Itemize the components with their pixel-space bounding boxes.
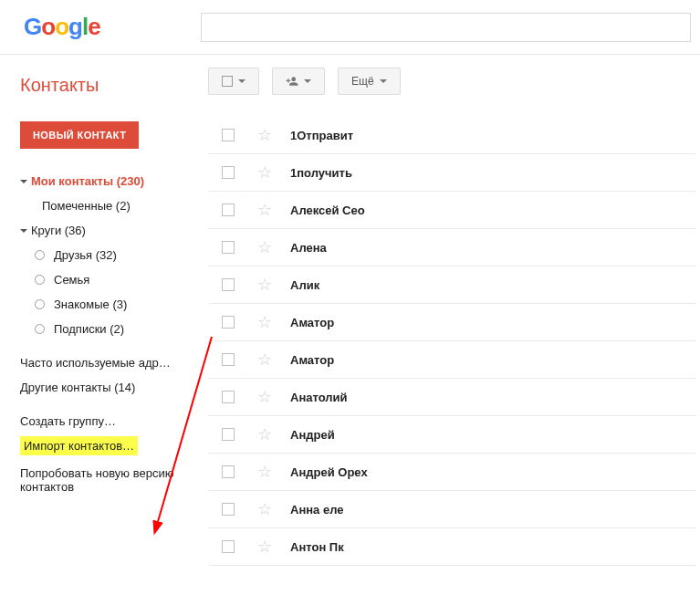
- new-contact-button[interactable]: НОВЫЙ КОНТАКТ: [20, 121, 139, 149]
- circle-radio-icon: [35, 299, 45, 309]
- nav-circle-item[interactable]: Семья: [20, 267, 192, 292]
- star-icon: ☆: [257, 239, 272, 256]
- nav-label: Круги (36): [31, 224, 86, 237]
- contact-row[interactable]: ☆Алексей Сео: [208, 192, 696, 229]
- star-icon: ☆: [257, 538, 272, 555]
- caret-down-icon: [20, 180, 27, 183]
- contact-row[interactable]: ☆1получить: [208, 154, 696, 192]
- contact-name: Аматор: [281, 353, 696, 367]
- add-to-circles-button[interactable]: [272, 68, 325, 95]
- dropdown-caret-icon: [238, 79, 246, 83]
- row-star-button[interactable]: ☆: [248, 351, 281, 368]
- star-icon: ☆: [257, 164, 272, 181]
- nav-label: Друзья (32): [54, 248, 117, 262]
- contact-row[interactable]: ☆Алик: [208, 266, 696, 304]
- google-logo: Google: [0, 13, 201, 41]
- contact-name: 1получить: [281, 166, 696, 180]
- contact-name: Аматор: [281, 316, 696, 329]
- row-star-button[interactable]: ☆: [248, 389, 281, 405]
- caret-down-icon: [20, 229, 27, 233]
- checkbox-icon: [222, 129, 235, 141]
- row-checkbox[interactable]: [208, 278, 248, 291]
- row-star-button[interactable]: ☆: [248, 538, 281, 555]
- checkbox-icon: [222, 428, 235, 441]
- row-checkbox[interactable]: [208, 241, 248, 254]
- more-label: Ещё: [351, 75, 374, 88]
- contact-row[interactable]: ☆Андрей: [208, 416, 696, 454]
- nav-circle-item[interactable]: Подписки (2): [20, 317, 192, 341]
- row-checkbox[interactable]: [208, 391, 248, 403]
- select-all-button[interactable]: [208, 68, 259, 95]
- row-star-button[interactable]: ☆: [248, 464, 281, 480]
- row-star-button[interactable]: ☆: [248, 501, 281, 517]
- contact-row[interactable]: ☆Андрей Орех: [208, 454, 696, 491]
- checkbox-icon: [222, 540, 235, 553]
- row-checkbox[interactable]: [208, 204, 248, 216]
- checkbox-icon: [222, 278, 235, 291]
- contact-row[interactable]: ☆Антон Пк: [208, 528, 696, 566]
- nav-label: Помеченные (2): [42, 199, 131, 213]
- contact-name: Антон Пк: [281, 540, 696, 554]
- contact-row[interactable]: ☆Анна еле: [208, 491, 696, 528]
- nav-circle-item[interactable]: Друзья (32): [20, 243, 192, 267]
- nav-label: Семья: [54, 273, 89, 287]
- contact-row[interactable]: ☆Анатолий: [208, 379, 696, 416]
- checkbox-icon: [222, 391, 235, 403]
- row-star-button[interactable]: ☆: [248, 426, 281, 443]
- main: Ещё ☆1Отправит☆1получить☆Алексей Сео☆Але…: [201, 55, 700, 566]
- row-checkbox[interactable]: [208, 503, 248, 516]
- contact-row[interactable]: ☆1Отправит: [208, 117, 696, 154]
- row-star-button[interactable]: ☆: [248, 202, 281, 218]
- row-checkbox[interactable]: [208, 353, 248, 366]
- star-icon: ☆: [257, 426, 272, 443]
- contact-name: 1Отправит: [281, 129, 696, 142]
- nav-starred[interactable]: Помеченные (2): [20, 193, 192, 218]
- star-icon: ☆: [257, 351, 272, 368]
- nav-my-contacts[interactable]: Мои контакты (230): [20, 169, 192, 193]
- checkbox-icon: [222, 503, 235, 516]
- dropdown-caret-icon: [304, 79, 311, 83]
- star-icon: ☆: [257, 314, 272, 330]
- row-star-button[interactable]: ☆: [248, 314, 281, 330]
- contact-row[interactable]: ☆Алена: [208, 229, 696, 266]
- nav-other-contacts[interactable]: Другие контакты (14): [20, 375, 192, 400]
- nav-create-group[interactable]: Создать группу…: [20, 409, 192, 433]
- row-checkbox[interactable]: [208, 540, 248, 553]
- more-button[interactable]: Ещё: [338, 68, 401, 95]
- nav-circles[interactable]: Круги (36): [20, 218, 192, 243]
- nav-import-contacts[interactable]: Импорт контактов…: [20, 436, 138, 455]
- contact-list: ☆1Отправит☆1получить☆Алексей Сео☆Алена☆А…: [208, 117, 696, 566]
- contact-name: Алена: [281, 241, 696, 255]
- row-checkbox[interactable]: [208, 316, 248, 329]
- checkbox-icon: [222, 353, 235, 366]
- nav-frequent[interactable]: Часто используемые адр…: [20, 350, 192, 375]
- row-checkbox[interactable]: [208, 129, 248, 141]
- row-checkbox[interactable]: [208, 465, 248, 478]
- checkbox-icon: [222, 316, 235, 329]
- search-input[interactable]: [201, 13, 691, 42]
- nav-try-new-contacts[interactable]: Попробовать новую версию контактов: [20, 461, 192, 499]
- nav-circle-item[interactable]: Знакомые (3): [20, 292, 192, 317]
- contact-row[interactable]: ☆Аматор: [208, 341, 696, 379]
- contact-row[interactable]: ☆Аматор: [208, 304, 696, 341]
- nav-label: Знакомые (3): [54, 298, 127, 311]
- row-checkbox[interactable]: [208, 428, 248, 441]
- row-star-button[interactable]: ☆: [248, 127, 281, 143]
- star-icon: ☆: [257, 501, 272, 517]
- row-star-button[interactable]: ☆: [248, 239, 281, 256]
- sidebar: Контакты НОВЫЙ КОНТАКТ Мои контакты (230…: [0, 55, 201, 566]
- checkbox-icon: [222, 76, 233, 87]
- toolbar: Ещё: [208, 68, 696, 95]
- circle-radio-icon: [35, 324, 45, 334]
- checkbox-icon: [222, 465, 235, 478]
- row-star-button[interactable]: ☆: [248, 164, 281, 181]
- nav-label: Мои контакты (230): [31, 174, 144, 188]
- row-star-button[interactable]: ☆: [248, 277, 281, 293]
- nav-label: Подписки (2): [54, 322, 124, 336]
- checkbox-icon: [222, 241, 235, 254]
- checkbox-icon: [222, 166, 235, 179]
- app-title: Контакты: [20, 75, 192, 96]
- star-icon: ☆: [257, 202, 272, 218]
- contact-name: Алик: [281, 278, 696, 292]
- row-checkbox[interactable]: [208, 166, 248, 179]
